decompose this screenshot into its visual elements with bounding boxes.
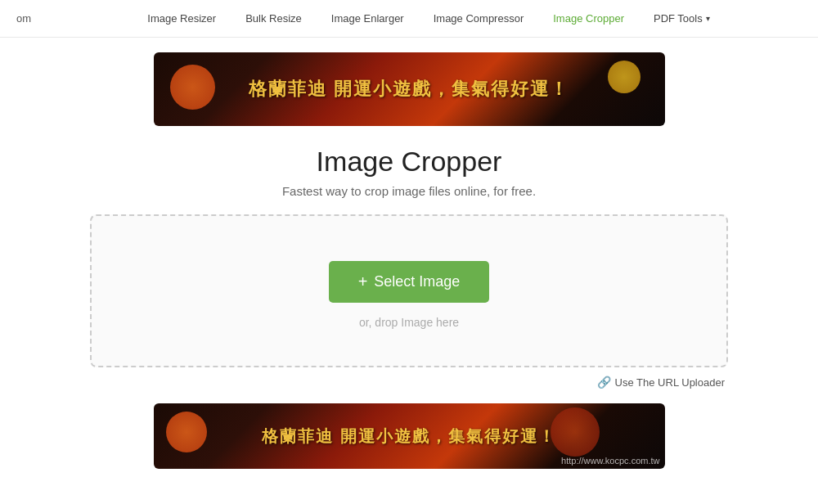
- page-subtitle: Fastest way to crop image files online, …: [0, 184, 818, 198]
- watermark-text: http://www.kocpc.com.tw: [561, 456, 659, 466]
- chevron-down-icon: ▾: [706, 14, 710, 23]
- url-uploader-row: 🔗 Use The URL Uploader: [90, 376, 728, 389]
- nav-item-bulk-resize[interactable]: Bulk Resize: [231, 0, 317, 38]
- plus-icon: +: [358, 272, 368, 291]
- banner-text: 格蘭菲迪 開運小遊戲，集氣得好運！: [249, 77, 569, 101]
- select-image-button[interactable]: + Select Image: [329, 261, 490, 303]
- nav-item-image-compressor[interactable]: Image Compressor: [419, 0, 539, 38]
- bottom-banner[interactable]: 格蘭菲迪 開運小遊戲，集氣得好運！ http://www.kocpc.com.t…: [154, 403, 665, 469]
- upload-dropzone[interactable]: + Select Image or, drop Image here: [90, 214, 728, 367]
- url-uploader-label: Use The URL Uploader: [615, 376, 725, 389]
- brand-logo: om: [16, 12, 31, 25]
- nav-item-pdf-tools[interactable]: PDF Tools ▾: [639, 0, 725, 38]
- top-banner[interactable]: 格蘭菲迪 開運小遊戲，集氣得好運！: [154, 52, 665, 126]
- nav-item-image-resizer[interactable]: Image Resizer: [133, 0, 231, 38]
- bottom-banner-text: 格蘭菲迪 開運小遊戲，集氣得好運！: [262, 425, 556, 448]
- nav-links: Image Resizer Bulk Resize Image Enlarger…: [56, 0, 802, 38]
- link-icon: 🔗: [597, 376, 611, 389]
- select-image-label: Select Image: [374, 273, 460, 290]
- page-title: Image Cropper: [0, 146, 818, 178]
- heading-section: Image Cropper Fastest way to crop image …: [0, 146, 818, 198]
- drop-hint-text: or, drop Image here: [359, 316, 459, 329]
- nav-item-image-cropper[interactable]: Image Cropper: [538, 0, 639, 38]
- nav-item-image-enlarger[interactable]: Image Enlarger: [317, 0, 419, 38]
- navbar: om Image Resizer Bulk Resize Image Enlar…: [0, 0, 818, 38]
- url-uploader-link[interactable]: 🔗 Use The URL Uploader: [597, 376, 725, 389]
